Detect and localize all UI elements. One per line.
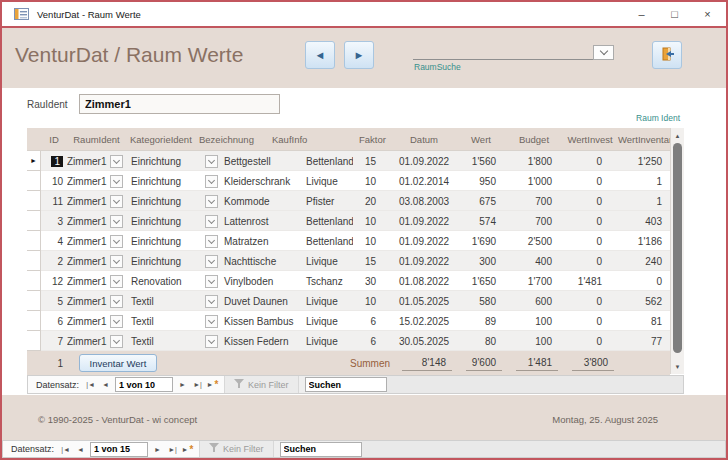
kategorieident-dropdown[interactable] [202,155,221,168]
rauident-field[interactable] [79,94,280,114]
table-row[interactable]: ► 5 Zimmer1 Textil Duvet Daunen Livique … [27,291,670,311]
cell-wert[interactable]: 580 [456,296,506,307]
cell-wertinvest[interactable]: 0 [562,156,618,167]
cell-bezeichnung[interactable]: Duvet Daunen [221,296,302,307]
cell-budget[interactable]: 600 [506,296,562,307]
record-position-field[interactable] [115,377,173,392]
table-row[interactable]: ► 3 Zimmer1 Einrichtung Lattenrost Bette… [27,211,670,231]
cell-raumident[interactable]: Zimmer1 [67,216,107,227]
cell-raumident[interactable]: Zimmer1 [67,256,107,267]
last-record-button[interactable]: ►| [190,377,205,392]
cell-kategorieident[interactable]: Einrichtung [126,176,202,187]
cell-budget[interactable]: 1'700 [506,276,562,287]
cell-bezeichnung[interactable]: Kleiderschrank [221,176,302,187]
raumident-dropdown[interactable] [107,295,126,308]
cell-wertinventar[interactable]: 562 [618,296,670,307]
cell-datum[interactable]: 01.09.2022 [392,216,456,227]
cell-bezeichnung[interactable]: Kissen Bambus [221,316,302,327]
cell-kategorieident[interactable]: Einrichtung [126,216,202,227]
cell-datum[interactable]: 01.05.2025 [392,296,456,307]
raumsuche-combobox[interactable] [413,45,614,60]
cell-wert[interactable]: 574 [456,216,506,227]
cell-id[interactable]: 10 [41,176,67,187]
column-header[interactable]: Faktor [353,134,392,145]
row-selector[interactable]: ► [27,151,41,171]
cell-kaufinfo[interactable]: Livique [302,296,353,307]
row-selector[interactable]: ► [27,291,41,311]
cell-wert[interactable]: 89 [456,316,506,327]
minimize-button[interactable]: – [625,2,658,26]
column-header[interactable]: KaufInfo [272,134,323,145]
last-record-button[interactable]: ►| [165,442,180,457]
cell-wertinventar[interactable]: 0 [618,276,670,287]
cell-budget[interactable]: 400 [506,256,562,267]
cell-faktor[interactable]: 15 [353,156,392,167]
kategorieident-dropdown[interactable] [202,175,221,188]
cell-kategorieident[interactable]: Textil [126,336,202,347]
cell-wertinventar[interactable]: 403 [618,216,670,227]
cell-kaufinfo[interactable]: Livique [302,176,353,187]
cell-kaufinfo[interactable]: Livique [302,316,353,327]
cell-kaufinfo[interactable]: Bettenland [302,236,353,247]
scrollbar-thumb[interactable] [673,143,682,353]
next-record-button[interactable]: ► [150,442,165,457]
raumident-dropdown[interactable] [107,235,126,248]
row-selector[interactable]: ► [27,251,41,271]
column-header[interactable]: Wert [456,134,506,145]
cell-budget[interactable]: 1'000 [506,176,562,187]
kategorieident-dropdown[interactable] [202,235,221,248]
cell-wert[interactable]: 1'560 [456,156,506,167]
cell-budget[interactable]: 2'500 [506,236,562,247]
cell-kaufinfo[interactable]: Bettenland [302,216,353,227]
cell-datum[interactable]: 01.09.2022 [392,256,456,267]
kategorieident-dropdown[interactable] [202,215,221,228]
cell-budget[interactable]: 100 [506,336,562,347]
cell-wertinvest[interactable]: 1'481 [562,276,618,287]
cell-id[interactable]: 7 [41,336,67,347]
cell-kategorieident[interactable]: Einrichtung [126,156,202,167]
row-selector[interactable]: ► [27,211,41,231]
table-row[interactable]: ► 11 Zimmer1 Einrichtung Kommode Pfister… [27,191,670,211]
previous-record-button[interactable]: ◄ [73,442,88,457]
cell-raumident[interactable]: Zimmer1 [67,196,107,207]
filter-status[interactable]: Kein Filter [199,441,274,457]
cell-faktor[interactable]: 10 [353,176,392,187]
cell-bezeichnung[interactable]: Kommode [221,196,302,207]
new-record-button[interactable]: ►* [205,377,220,392]
cell-kaufinfo[interactable]: Tschanz [302,276,353,287]
column-header[interactable]: Bezeichnung [199,134,280,145]
cell-kategorieident[interactable]: Einrichtung [126,256,202,267]
row-selector[interactable]: ► [27,311,41,331]
cell-kaufinfo[interactable]: Livique [302,336,353,347]
cell-raumident[interactable]: Zimmer1 [67,316,107,327]
new-record-button[interactable]: ►* [180,442,195,457]
cell-datum[interactable]: 01.02.2014 [392,176,456,187]
cell-wertinventar[interactable]: 1'250 [618,156,670,167]
raumsuche-dropdown-button[interactable] [593,45,614,60]
cell-id[interactable]: 5 [41,296,67,307]
cell-id[interactable]: 4 [41,236,67,247]
cell-faktor[interactable]: 15 [353,256,392,267]
cell-datum[interactable]: 03.08.2003 [392,196,456,207]
kategorieident-dropdown[interactable] [202,335,221,348]
cell-raumident[interactable]: Zimmer1 [67,176,107,187]
cell-wertinvest[interactable]: 0 [562,236,618,247]
raumident-dropdown[interactable] [107,275,126,288]
raumident-dropdown[interactable] [107,155,126,168]
table-row[interactable]: ► 4 Zimmer1 Einrichtung Matratzen Betten… [27,231,670,251]
cell-id[interactable]: 2 [41,256,67,267]
table-row[interactable]: ► 10 Zimmer1 Einrichtung Kleiderschrank … [27,171,670,191]
cell-wertinvest[interactable]: 0 [562,316,618,327]
row-selector[interactable]: ► [27,171,41,191]
cell-wert[interactable]: 300 [456,256,506,267]
cell-datum[interactable]: 01.09.2022 [392,236,456,247]
cell-raumident[interactable]: Zimmer1 [67,236,107,247]
cell-bezeichnung[interactable]: Matratzen [221,236,302,247]
cell-faktor[interactable]: 6 [353,316,392,327]
cell-bezeichnung[interactable]: Vinylboden [221,276,302,287]
table-row[interactable]: ► 12 Zimmer1 Renovation Vinylboden Tscha… [27,271,670,291]
cell-wertinvest[interactable]: 0 [562,296,618,307]
previous-record-button[interactable]: ◄ [98,377,113,392]
close-button[interactable]: × [691,2,724,26]
column-header[interactable]: WertInventar [618,134,670,145]
